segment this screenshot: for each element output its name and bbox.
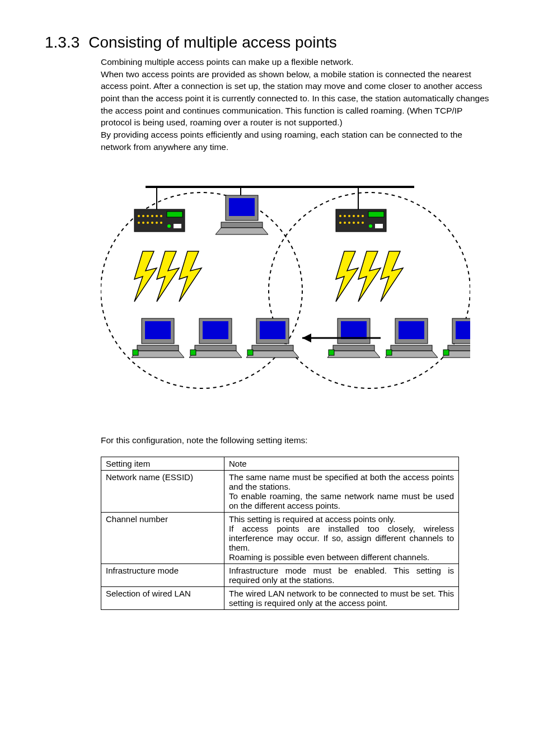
settings-table: Setting item Note Network name (ESSID) T… xyxy=(101,457,459,610)
svg-point-29 xyxy=(362,215,364,217)
svg-marker-61 xyxy=(246,351,299,358)
svg-rect-50 xyxy=(137,345,179,351)
svg-point-31 xyxy=(344,222,346,224)
svg-point-30 xyxy=(339,222,341,224)
svg-point-13 xyxy=(160,215,162,217)
svg-rect-21 xyxy=(174,224,181,228)
svg-point-36 xyxy=(369,224,372,228)
svg-marker-46 xyxy=(358,251,381,302)
table-row: Network name (ESSID) The same name must … xyxy=(101,470,459,512)
svg-rect-57 xyxy=(190,350,196,355)
svg-rect-72 xyxy=(386,350,392,355)
svg-point-34 xyxy=(357,222,359,224)
svg-point-17 xyxy=(151,222,153,224)
svg-rect-74 xyxy=(456,321,470,339)
svg-rect-7 xyxy=(167,212,182,217)
table-row: Channel number This setting is required … xyxy=(101,512,459,564)
svg-rect-23 xyxy=(368,212,384,217)
svg-point-18 xyxy=(156,222,158,224)
table-header-item: Setting item xyxy=(101,457,224,470)
svg-rect-49 xyxy=(145,321,171,339)
svg-marker-66 xyxy=(327,351,380,358)
svg-marker-45 xyxy=(336,251,358,302)
svg-marker-42 xyxy=(134,251,157,302)
section-title: Consisting of multiple access points xyxy=(88,34,337,51)
setting-note: This setting is required at access point… xyxy=(224,512,459,564)
svg-rect-70 xyxy=(391,345,432,351)
svg-point-19 xyxy=(160,222,162,224)
setting-note: The same name must be specified at both … xyxy=(224,470,459,512)
body-paragraph: Combining multiple access points can mak… xyxy=(101,56,489,153)
setting-item: Channel number xyxy=(101,512,224,564)
svg-point-25 xyxy=(344,215,346,217)
setting-item: Network name (ESSID) xyxy=(101,470,224,512)
svg-rect-64 xyxy=(341,321,367,339)
table-header-note: Note xyxy=(224,457,459,470)
svg-point-16 xyxy=(147,222,149,224)
svg-rect-62 xyxy=(247,350,253,355)
note-line: For this configuration, note the followi… xyxy=(101,435,489,445)
svg-rect-40 xyxy=(221,222,263,228)
svg-point-15 xyxy=(142,222,144,224)
svg-point-33 xyxy=(353,222,355,224)
svg-rect-52 xyxy=(133,350,138,355)
svg-point-35 xyxy=(362,222,364,224)
svg-point-32 xyxy=(348,222,350,224)
section-number: 1.3.3 xyxy=(45,34,79,51)
svg-marker-47 xyxy=(381,251,403,302)
svg-point-26 xyxy=(348,215,350,217)
setting-note: Infrastructure mode must be enabled. Thi… xyxy=(224,564,459,586)
section-heading: 1.3.3Consisting of multiple access point… xyxy=(45,34,489,51)
svg-rect-75 xyxy=(448,345,470,351)
svg-point-28 xyxy=(357,215,359,217)
table-row: Infrastructure mode Infrastructure mode … xyxy=(101,564,459,586)
svg-point-27 xyxy=(353,215,355,217)
svg-marker-71 xyxy=(385,351,438,358)
svg-rect-59 xyxy=(260,321,285,339)
svg-rect-55 xyxy=(195,345,236,351)
svg-point-11 xyxy=(151,215,153,217)
setting-item: Selection of wired LAN xyxy=(101,586,224,609)
svg-rect-54 xyxy=(203,321,228,339)
svg-marker-43 xyxy=(157,251,179,302)
svg-point-9 xyxy=(142,215,144,217)
svg-rect-69 xyxy=(399,321,424,339)
svg-rect-77 xyxy=(443,350,449,355)
svg-marker-41 xyxy=(216,228,268,234)
svg-marker-51 xyxy=(132,351,184,358)
setting-note: The wired LAN network to be connected to… xyxy=(224,586,459,609)
diagram-svg xyxy=(101,176,470,400)
svg-marker-79 xyxy=(302,334,311,342)
network-diagram xyxy=(101,176,489,402)
svg-marker-56 xyxy=(189,351,242,358)
svg-point-4 xyxy=(101,192,302,388)
svg-point-20 xyxy=(167,224,171,228)
table-row: Selection of wired LAN The wired LAN net… xyxy=(101,586,459,609)
setting-item: Infrastructure mode xyxy=(101,564,224,586)
svg-point-14 xyxy=(138,222,140,224)
svg-marker-44 xyxy=(179,251,202,302)
svg-rect-60 xyxy=(252,345,293,351)
svg-rect-39 xyxy=(229,198,255,216)
svg-rect-67 xyxy=(329,350,334,355)
svg-rect-65 xyxy=(333,345,374,351)
svg-point-8 xyxy=(138,215,140,217)
svg-point-12 xyxy=(156,215,158,217)
svg-point-10 xyxy=(147,215,149,217)
svg-point-24 xyxy=(339,215,341,217)
svg-rect-37 xyxy=(375,224,383,228)
